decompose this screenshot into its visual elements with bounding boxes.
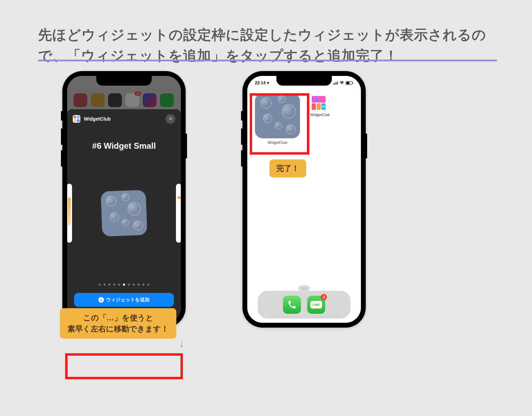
widgetclub-icon: [73, 115, 80, 123]
add-widget-button[interactable]: + ウィジェットを追加: [74, 293, 174, 307]
status-right: [333, 81, 353, 85]
signal-icon: [333, 81, 338, 85]
phone-app-icon[interactable]: [283, 296, 301, 314]
status-time: 22:14: [255, 80, 266, 85]
phone-notch: [96, 76, 152, 86]
svg-rect-2: [336, 82, 336, 85]
phone-handset-icon: [287, 300, 297, 310]
home-content: WidgetClub 15 WidgetClub LINE: [253, 91, 355, 323]
app-badge: 19: [135, 92, 141, 96]
tip-line-2: 素早く左右に移動できます！: [68, 323, 169, 335]
phone-side-button: [366, 133, 367, 158]
plus-icon: +: [98, 297, 104, 303]
phone-side-button: [241, 150, 242, 167]
phone-notch: [276, 76, 332, 86]
widgetclub-app-label: WidgetClub: [305, 113, 332, 117]
home-widget-label: WidgetClub: [255, 140, 300, 145]
phone-side-button: [61, 111, 62, 121]
tip-line-1: この「…」を使うと: [68, 312, 169, 323]
heading-underline: [38, 60, 497, 61]
phone-side-button: [241, 128, 242, 145]
widget-picker-sheet: WidgetClub ✕ #6 Widget Small: [67, 109, 181, 323]
wifi-icon: [339, 81, 344, 85]
phone-screen: 22:14 ♥: [247, 76, 361, 323]
close-icon: ✕: [168, 116, 173, 122]
highlight-box-add-button: [65, 353, 183, 379]
dimmed-app-icon: [91, 93, 105, 107]
carousel-prev-peek: [67, 184, 72, 243]
heart-icon: ♥: [267, 80, 269, 85]
phone-side-button: [61, 128, 62, 145]
svg-rect-5: [346, 82, 349, 84]
dimmed-app-icon: [73, 93, 87, 107]
phone-mockup-right: 22:14 ♥: [242, 71, 366, 328]
dimmed-app-icon: 19: [125, 93, 139, 107]
dimmed-app-icon: [108, 93, 122, 107]
widget-title: #6 Widget Small: [67, 141, 181, 151]
close-button[interactable]: ✕: [166, 114, 175, 124]
phone-mockup-left: 19 WidgetClub ✕ #6 Widget Small: [62, 71, 186, 328]
widget-preview: [101, 190, 147, 236]
dimmed-app-icon: [160, 93, 174, 107]
svg-rect-0: [333, 84, 334, 85]
dock: LINE 3: [258, 291, 351, 319]
add-widget-label: ウィジェットを追加: [106, 297, 150, 303]
tip-callout: この「…」を使うと 素早く左右に移動できます！: [60, 308, 176, 339]
dimmed-app-icon: [143, 93, 157, 107]
line-app-icon[interactable]: LINE 3: [307, 296, 325, 314]
svg-rect-1: [334, 83, 335, 85]
status-time-group: 22:14 ♥: [255, 80, 269, 85]
arrow-down-icon: ↓: [179, 337, 185, 350]
svg-rect-6: [353, 82, 353, 84]
widget-carousel[interactable]: [67, 179, 181, 248]
carousel-next-peek: [176, 184, 181, 243]
done-callout: 完了！: [269, 159, 306, 177]
phone-side-button: [61, 150, 62, 167]
line-app-text: LINE: [312, 303, 320, 306]
home-widget-small[interactable]: [255, 93, 300, 138]
phone-screen: 19 WidgetClub ✕ #6 Widget Small: [67, 76, 181, 323]
sheet-header: WidgetClub ✕: [67, 109, 181, 129]
svg-rect-3: [337, 81, 338, 85]
page-indicator[interactable]: [67, 284, 181, 286]
battery-icon: [346, 81, 353, 85]
phone-side-button: [241, 111, 242, 121]
sheet-app-name: WidgetClub: [84, 116, 162, 122]
phone-side-button: [186, 133, 187, 158]
notification-badge: 3: [321, 294, 327, 300]
widgetclub-app-icon[interactable]: 15: [310, 95, 327, 111]
